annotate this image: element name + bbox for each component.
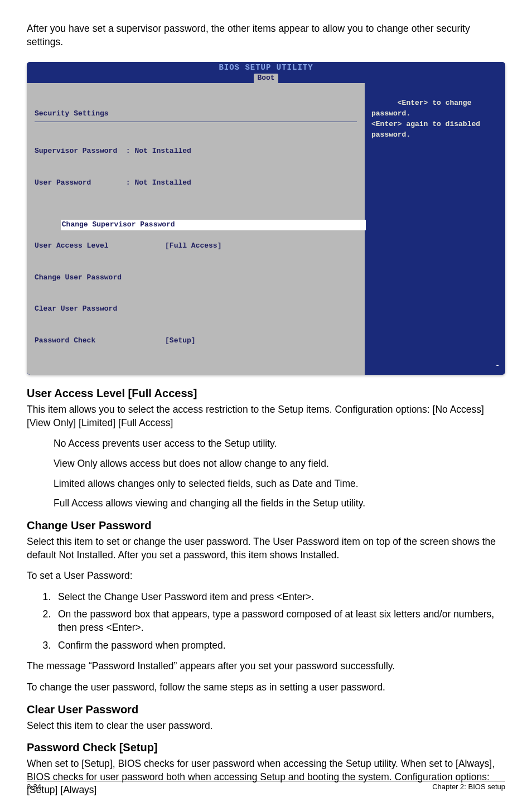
step-3: Confirm the password when prompted. xyxy=(54,639,505,653)
steps-set-user-password: Select the Change User Password item and… xyxy=(27,591,505,653)
heading-clear-user-password: Clear User Password xyxy=(27,703,505,716)
bios-right-pane: <Enter> to change password. <Enter> agai… xyxy=(366,83,505,375)
bios-title: BIOS SETUP UTILITY xyxy=(27,62,505,72)
step-2: On the password box that appears, type a… xyxy=(54,608,505,634)
heading-change-user-password: Change User Password xyxy=(27,519,505,532)
para-password-check: When set to [Setup], BIOS checks for use… xyxy=(27,757,505,797)
step-1: Select the Change User Password item and… xyxy=(54,591,505,604)
page-footer: 2-34 Chapter 2: BIOS setup xyxy=(27,781,505,791)
bios-help-text: <Enter> to change password. <Enter> agai… xyxy=(371,99,485,139)
para-full-access: Full Access allows viewing and changing … xyxy=(54,497,505,510)
bios-left-pane: Security Settings Supervisor Password : … xyxy=(27,83,366,375)
bios-row-change-supervisor: Change Supervisor Password xyxy=(61,220,383,230)
para-change-user-steps: To change the user password, follow the … xyxy=(27,681,505,694)
bios-row-password-check: Password Check [Setup] xyxy=(35,336,357,346)
para-limited: Limited allows changes only to selected … xyxy=(54,477,505,491)
bios-row-change-user: Change User Password xyxy=(35,273,357,283)
bios-row-supervisor: Supervisor Password : Not Installed xyxy=(35,146,357,157)
intro-paragraph: After you have set a supervisor password… xyxy=(27,22,505,49)
para-clear-user: Select this item to clear the user passw… xyxy=(27,719,505,733)
para-user-access-desc: This item allows you to select the acces… xyxy=(27,403,505,429)
para-password-installed: The message “Password Installed” appears… xyxy=(27,660,505,673)
bios-security-heading: Security Settings xyxy=(35,109,357,122)
bios-dash: - xyxy=(495,361,500,371)
chapter-label: Chapter 2: BIOS setup xyxy=(432,782,505,791)
bios-row-access-level: User Access Level [Full Access] xyxy=(35,241,357,252)
bios-screenshot: BIOS SETUP UTILITY Boot Security Setting… xyxy=(27,62,505,375)
para-to-set-user: To set a User Password: xyxy=(27,569,505,583)
bios-tab-row: Boot xyxy=(27,72,505,83)
heading-user-access-level: User Access Level [Full Access] xyxy=(27,387,505,400)
para-view-only: View Only allows access but does not all… xyxy=(54,457,505,471)
bios-tab-boot: Boot xyxy=(254,74,278,83)
bios-row-user: User Password : Not Installed xyxy=(35,178,357,189)
para-no-access: No Access prevents user access to the Se… xyxy=(54,437,505,451)
para-change-user-desc: Select this item to set or change the us… xyxy=(27,535,505,562)
bios-row-clear-user: Clear User Password xyxy=(35,304,357,315)
page-number: 2-34 xyxy=(27,782,41,791)
heading-password-check: Password Check [Setup] xyxy=(27,741,505,754)
